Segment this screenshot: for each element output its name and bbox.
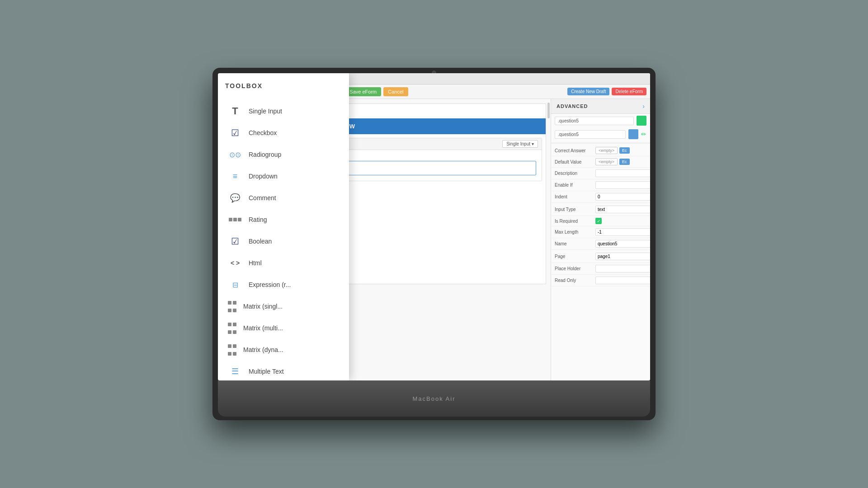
indent-input[interactable] (595, 193, 650, 201)
is-required-value: ✓ (595, 218, 646, 224)
matrix-dyna-icon (228, 343, 237, 357)
cancel-button[interactable]: Cancel (383, 87, 408, 96)
correct-answer-empty: <empty> (595, 147, 618, 154)
question-tag-2[interactable]: .question5 (555, 130, 626, 139)
new-draft-button[interactable]: Create New Draft (567, 88, 609, 95)
toolbox-item-rating[interactable]: Rating (225, 209, 342, 230)
correct-answer-value: <empty> Ec (595, 147, 646, 154)
correct-answer-label: Correct Answer (555, 148, 595, 153)
description-input[interactable] (595, 169, 650, 177)
tag-color-btn-1[interactable] (637, 116, 646, 126)
question-tag-row-1: .question5 (551, 114, 650, 127)
chevron-right-icon[interactable]: › (642, 103, 645, 110)
radiogroup-icon: ⊙⊙ (228, 147, 242, 162)
placeholder-input[interactable] (595, 265, 650, 272)
enable-if-input[interactable] (595, 181, 650, 189)
laptop-screen: 📊 Dash 👥 Man 📧 Pro 🏷️ RFI 👁️ EO (218, 73, 650, 380)
comment-label: Comment (249, 194, 276, 202)
indent-value (595, 193, 650, 201)
html-icon: < > (228, 256, 242, 270)
comment-icon: 💬 (228, 191, 242, 205)
scrollbar-thumb (547, 103, 550, 118)
prop-page: Page (551, 250, 650, 263)
radiogroup-label: Radiogroup (249, 151, 281, 158)
page-value (595, 252, 650, 261)
save-eform-button[interactable]: Save eForm (345, 87, 381, 96)
toolbox-item-html[interactable]: < > Html (225, 252, 342, 274)
toolbox-item-boolean[interactable]: ☑ Boolean (225, 230, 342, 252)
name-label: Name (555, 241, 595, 246)
input-type-input[interactable] (595, 206, 650, 213)
html-label: Html (249, 259, 262, 267)
enable-if-value: Edit (595, 181, 650, 189)
boolean-label: Boolean (249, 238, 272, 245)
default-value-value: <empty> Ec (595, 158, 646, 165)
toolbox-item-matrix-multi[interactable]: Matrix (multi... (225, 317, 342, 339)
matrix-multi-icon (228, 321, 237, 335)
placeholder-value (595, 265, 650, 272)
expression-label: Expression (r... (249, 281, 291, 288)
question-tag-row-2: .question5 ✏ (551, 127, 650, 141)
description-label: Description (555, 171, 595, 176)
toolbox-item-single-input[interactable]: T Single Input (225, 100, 342, 122)
multiple-text-icon: ☰ (228, 364, 242, 379)
placeholder-label: Place Holder (555, 266, 595, 271)
dropdown-label: Dropdown (249, 173, 278, 180)
toolbox-item-dropdown[interactable]: ≡ Dropdown (225, 165, 342, 187)
max-length-value (595, 228, 650, 236)
right-panel-header: ADVANCED › (551, 99, 650, 114)
prop-correct-answer: Correct Answer <empty> Ec (551, 145, 650, 156)
is-required-checkbox[interactable]: ✓ (595, 218, 602, 224)
right-panel: ADVANCED › .question5 .question5 ✏ (551, 99, 650, 380)
single-input-icon: T (228, 104, 242, 118)
correct-answer-edit-button[interactable]: Ec (619, 147, 630, 154)
toolbox-item-expression[interactable]: ⊟ Expression (r... (225, 274, 342, 296)
prop-input-type: Input Type (551, 203, 650, 216)
toolbox-item-matrix-dyna[interactable]: Matrix (dyna... (225, 339, 342, 361)
toolbox-item-radiogroup[interactable]: ⊙⊙ Radiogroup (225, 144, 342, 165)
checkbox-label: Checkbox (249, 129, 277, 136)
expression-icon: ⊟ (228, 277, 242, 292)
tag-color-btn-2[interactable] (628, 129, 638, 139)
default-value-empty: <empty> (595, 158, 618, 165)
prop-read-only: Read Only (551, 275, 650, 286)
prop-placeholder: Place Holder (551, 263, 650, 275)
prop-enable-if: Enable If Edit (551, 179, 650, 191)
description-value: Edit (595, 169, 650, 177)
dropdown-icon: ≡ (228, 169, 242, 183)
prop-default-value: Default Value <empty> Ec (551, 156, 650, 168)
boolean-icon: ☑ (228, 234, 242, 249)
laptop-shell: 📊 Dash 👥 Man 📧 Pro 🏷️ RFI 👁️ EO (212, 68, 656, 420)
max-length-input[interactable] (595, 228, 650, 236)
single-input-label: Single Input (249, 108, 282, 115)
chevron-down-icon: ▾ (532, 141, 534, 146)
matrix-dyna-label: Matrix (dyna... (243, 346, 283, 353)
matrix-single-label: Matrix (singl... (243, 303, 283, 310)
page-input[interactable] (595, 253, 650, 260)
toolbox-item-matrix-single[interactable]: Matrix (singl... (225, 296, 342, 317)
checkbox-icon: ☑ (228, 126, 242, 140)
question-tag-1[interactable]: .question5 (555, 117, 634, 125)
multiple-text-label: Multiple Text (249, 368, 284, 375)
default-value-edit-button[interactable]: Ec (619, 159, 630, 165)
name-value (595, 240, 650, 248)
prop-name: Name (551, 238, 650, 250)
toolbox-item-multiple-text[interactable]: ☰ Multiple Text (225, 361, 342, 380)
tag-edit-button[interactable]: ✏ (641, 131, 646, 138)
indent-label: Indent (555, 194, 595, 199)
prop-max-length: Max Length (551, 226, 650, 238)
canvas-scrollbar (547, 99, 550, 380)
toolbox-item-checkbox[interactable]: ☑ Checkbox (225, 122, 342, 144)
prop-is-required: Is Required ✓ (551, 216, 650, 226)
read-only-input[interactable] (595, 277, 650, 284)
enable-if-label: Enable If (555, 183, 595, 188)
toolbox-title: TOOLBOX (225, 82, 342, 93)
toolbox-item-comment[interactable]: 💬 Comment (225, 187, 342, 209)
delete-eform-button[interactable]: Delete eForm (612, 88, 646, 95)
rating-icon (228, 212, 242, 227)
prop-indent: Indent (551, 191, 650, 203)
name-input[interactable] (595, 240, 650, 248)
input-type-badge[interactable]: Single Input ▾ (502, 140, 538, 148)
page-label: Page (555, 254, 595, 259)
prop-description: Description Edit (551, 168, 650, 179)
